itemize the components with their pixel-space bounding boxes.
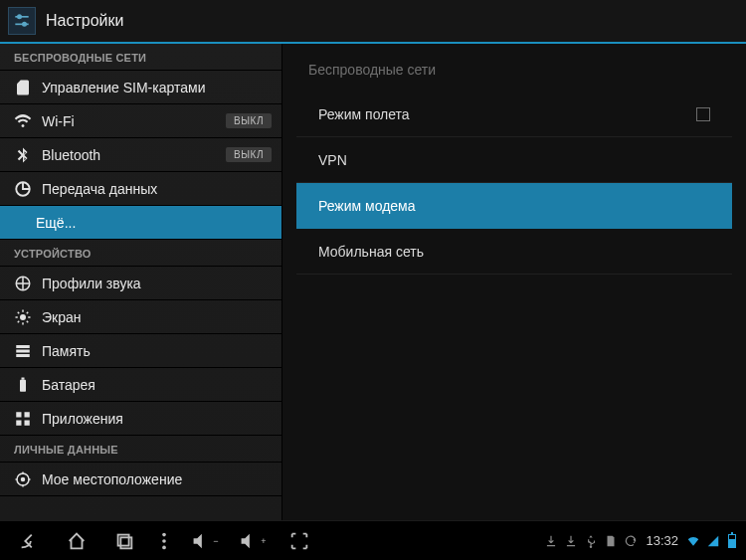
svg-rect-7	[16, 345, 30, 348]
display-icon	[14, 308, 32, 326]
cell-signal-icon	[705, 534, 721, 548]
volume-up-button[interactable]: +	[229, 525, 275, 557]
sidebar-item-label: Ещё...	[36, 215, 272, 231]
usb-icon	[583, 534, 599, 548]
section-header-wireless: БЕСПРОВОДНЫЕ СЕТИ	[0, 44, 281, 71]
sidebar-item-label: Экран	[42, 309, 272, 325]
sidebar-item-storage[interactable]: Память	[0, 334, 281, 368]
section-header-personal: ЛИЧНЫЕ ДАННЫЕ	[0, 436, 281, 463]
section-header-device: УСТРОЙСТВО	[0, 240, 281, 267]
screen: Настройки БЕСПРОВОДНЫЕ СЕТИ Управление S…	[0, 0, 746, 560]
sidebar-item-sound[interactable]: Профили звука	[0, 267, 281, 300]
pane-item-vpn[interactable]: VPN	[296, 137, 732, 183]
airplane-checkbox[interactable]	[696, 107, 710, 121]
svg-point-22	[162, 545, 166, 549]
sidebar-item-apps[interactable]: Приложения	[0, 402, 281, 436]
svg-point-17	[22, 477, 25, 480]
download-icon	[563, 534, 579, 548]
detail-pane: Беспроводные сети Режим полета VPN Режим…	[282, 44, 746, 520]
sidebar-item-label: Передача данных	[42, 181, 272, 197]
sidebar-item-battery[interactable]: Батарея	[0, 368, 281, 402]
apps-icon	[14, 410, 32, 428]
wifi-toggle[interactable]: ВЫКЛ	[226, 113, 272, 128]
svg-rect-12	[16, 412, 21, 417]
main-area: БЕСПРОВОДНЫЕ СЕТИ Управление SIM-картами…	[0, 44, 746, 520]
battery-status-icon	[728, 534, 736, 548]
menu-button[interactable]	[149, 525, 179, 557]
sidebar-item-label: Bluetooth	[42, 147, 216, 163]
svg-rect-19	[120, 537, 131, 548]
sidebar-item-bluetooth[interactable]: Bluetooth ВЫКЛ	[0, 138, 281, 172]
svg-point-1	[18, 15, 21, 18]
sd-icon	[603, 534, 619, 548]
status-clock: 13:32	[642, 533, 682, 548]
sidebar-item-label: Профили звука	[42, 276, 272, 291]
sim-icon	[14, 79, 32, 96]
settings-app-icon	[8, 7, 36, 35]
title-bar: Настройки	[0, 0, 746, 44]
bluetooth-toggle[interactable]: ВЫКЛ	[226, 147, 272, 162]
sidebar-item-wifi[interactable]: Wi-Fi ВЫКЛ	[0, 104, 281, 138]
svg-rect-11	[22, 377, 25, 379]
pane-item-label: Мобильная сеть	[318, 244, 424, 260]
pane-item-tether[interactable]: Режим модема	[296, 183, 732, 229]
svg-rect-13	[25, 412, 30, 417]
svg-rect-10	[20, 379, 26, 391]
svg-rect-14	[16, 420, 21, 425]
sidebar-item-label: Батарея	[42, 377, 272, 393]
svg-rect-8	[16, 349, 30, 352]
sidebar-item-display[interactable]: Экран	[0, 300, 281, 334]
page-title: Настройки	[46, 12, 123, 30]
pane-item-label: VPN	[318, 152, 347, 168]
sidebar-item-more[interactable]: Ещё...	[0, 206, 281, 240]
wifi-icon	[14, 112, 32, 130]
system-navbar: − + 13:32	[0, 520, 746, 560]
volume-down-button[interactable]: −	[181, 525, 227, 557]
recent-apps-button[interactable]	[101, 525, 147, 557]
settings-sidebar: БЕСПРОВОДНЫЕ СЕТИ Управление SIM-картами…	[0, 44, 282, 520]
sidebar-item-label: Приложения	[42, 411, 272, 427]
svg-point-6	[20, 314, 26, 320]
wifi-status-icon	[685, 534, 701, 548]
sidebar-item-sim[interactable]: Управление SIM-картами	[0, 71, 281, 104]
storage-icon	[14, 342, 32, 360]
sidebar-item-label: Управление SIM-картами	[42, 80, 272, 95]
pane-item-mobile[interactable]: Мобильная сеть	[296, 229, 732, 275]
sidebar-item-label: Мое местоположение	[42, 471, 272, 487]
pane-list: Режим полета VPN Режим модема Мобильная …	[296, 92, 732, 275]
pane-item-label: Режим модема	[318, 198, 416, 214]
svg-point-3	[23, 23, 26, 26]
sidebar-item-location[interactable]: Мое местоположение	[0, 463, 281, 496]
svg-point-21	[162, 539, 166, 543]
back-button[interactable]	[6, 525, 52, 557]
bluetooth-icon	[14, 146, 32, 164]
download-icon	[543, 534, 559, 548]
svg-point-20	[162, 532, 166, 536]
status-tray[interactable]: 13:32	[542, 533, 740, 548]
pane-item-label: Режим полета	[318, 106, 410, 122]
sidebar-item-data[interactable]: Передача данных	[0, 172, 281, 206]
battery-icon	[14, 376, 32, 394]
svg-rect-9	[16, 354, 30, 357]
data-usage-icon	[14, 180, 32, 198]
sync-icon	[623, 534, 639, 548]
screenshot-button[interactable]	[277, 525, 322, 557]
home-button[interactable]	[54, 525, 99, 557]
location-icon	[14, 470, 32, 488]
pane-header: Беспроводные сети	[282, 44, 746, 86]
svg-rect-18	[118, 534, 129, 545]
sidebar-item-label: Память	[42, 343, 272, 359]
pane-item-airplane[interactable]: Режим полета	[296, 92, 732, 137]
svg-rect-15	[25, 420, 30, 425]
nav-left: − +	[6, 525, 322, 557]
sidebar-item-label: Wi-Fi	[42, 113, 216, 129]
sound-icon	[14, 275, 32, 292]
